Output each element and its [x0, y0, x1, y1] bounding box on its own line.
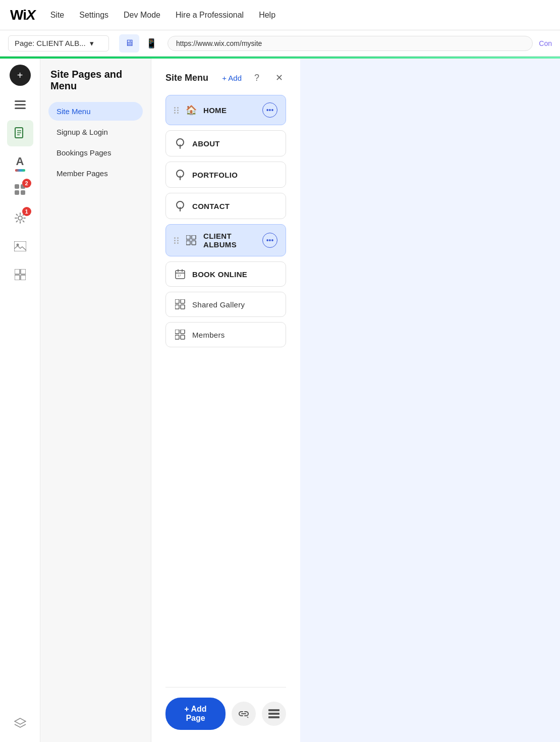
book-online-page-icon: 17: [174, 269, 186, 279]
nav-item-member-pages[interactable]: Member Pages: [48, 164, 143, 183]
svg-rect-14: [15, 269, 20, 274]
svg-text:17: 17: [178, 274, 181, 277]
panel-title: Site Pages and Menu: [48, 69, 143, 92]
layers-sidebar-icon[interactable]: [7, 710, 33, 736]
client-albums-page-icon: [185, 235, 197, 245]
menu-item-shared-gallery[interactable]: Shared Gallery: [165, 292, 286, 317]
svg-rect-43: [268, 713, 279, 715]
panel-footer: + Add Page: [165, 687, 286, 730]
apps-sidebar-icon[interactable]: 2: [7, 177, 33, 203]
panel-header: Site Menu + Add ? ✕: [165, 71, 286, 85]
svg-rect-39: [175, 335, 179, 339]
members-page-icon: [174, 330, 186, 340]
connect-btn[interactable]: Con: [539, 39, 552, 47]
svg-rect-10: [21, 190, 25, 195]
add-page-button[interactable]: + Add Page: [165, 698, 226, 730]
mobile-device-btn[interactable]: 📱: [141, 34, 161, 52]
menu-item-portfolio-label: PORTFOLIO: [192, 171, 277, 179]
media-sidebar-icon[interactable]: [7, 233, 33, 259]
nav-help[interactable]: Help: [259, 11, 275, 20]
menu-item-about-label: ABOUT: [192, 139, 277, 148]
add-element-icon[interactable]: +: [10, 65, 31, 86]
nav-item-signup-login[interactable]: Signup & Login: [48, 123, 143, 141]
menu-items-list: 🏠 HOME ••• ABOUT PORTFOLIO: [165, 95, 286, 347]
svg-rect-26: [186, 241, 190, 245]
svg-rect-9: [15, 190, 19, 195]
menu-item-members-label: Members: [192, 331, 277, 339]
url-bar: Page: CLIENT ALB... ▾ 🖥 📱 https://www.wi…: [0, 30, 560, 57]
left-sidebar: + A 2 1: [0, 59, 40, 742]
chevron-down-icon: ▾: [90, 39, 94, 48]
svg-rect-27: [192, 241, 196, 245]
svg-rect-37: [175, 330, 179, 334]
nav-hire[interactable]: Hire a Professional: [176, 11, 244, 20]
svg-rect-15: [21, 269, 26, 274]
drag-handle-home[interactable]: [174, 107, 179, 114]
svg-rect-40: [181, 335, 185, 339]
settings-sidebar-icon[interactable]: 1: [7, 205, 33, 231]
data-sidebar-icon[interactable]: [7, 261, 33, 288]
svg-rect-24: [186, 235, 190, 239]
close-icon[interactable]: ✕: [272, 71, 286, 85]
nav-site[interactable]: Site: [50, 11, 65, 20]
shared-gallery-page-icon: [174, 299, 186, 309]
content-title: Site Menu: [165, 73, 208, 83]
nav-item-site-menu[interactable]: Site Menu: [48, 102, 143, 121]
page-selector[interactable]: Page: CLIENT ALB... ▾: [8, 35, 109, 51]
svg-rect-0: [15, 100, 26, 102]
svg-rect-38: [181, 330, 185, 334]
pages-sidebar-icon[interactable]: [7, 120, 33, 146]
top-nav: WiX Site Settings Dev Mode Hire a Profes…: [0, 0, 560, 30]
apps-badge: 2: [22, 179, 31, 188]
drag-handle-client-albums[interactable]: [174, 237, 179, 244]
nav-settings[interactable]: Settings: [79, 11, 108, 20]
menu-sidebar-icon[interactable]: [7, 92, 33, 118]
panel-nav: Site Pages and Menu Site Menu Signup & L…: [40, 59, 151, 742]
svg-rect-35: [175, 305, 179, 309]
menu-item-portfolio[interactable]: PORTFOLIO: [165, 162, 286, 188]
link-icon-button[interactable]: [232, 702, 256, 726]
panel-header-actions: + Add ? ✕: [222, 71, 286, 85]
add-link[interactable]: + Add: [222, 74, 242, 82]
svg-rect-25: [192, 235, 196, 239]
canvas-area: [300, 59, 560, 742]
svg-rect-34: [181, 299, 185, 303]
url-field[interactable]: https://www.wix.com/mysite: [167, 36, 533, 51]
menu-item-client-albums-more[interactable]: •••: [262, 233, 277, 248]
theme-sidebar-icon[interactable]: A: [7, 148, 33, 175]
settings-badge: 1: [22, 207, 31, 216]
nav-item-bookings[interactable]: Bookings Pages: [48, 143, 143, 162]
menu-item-home-label: HOME: [203, 106, 256, 115]
portfolio-page-icon: [174, 169, 186, 180]
top-nav-items: Site Settings Dev Mode Hire a Profession…: [50, 11, 275, 20]
about-page-icon: [174, 138, 186, 149]
svg-rect-16: [15, 275, 20, 280]
menu-item-book-online[interactable]: 17 BOOK ONLINE: [165, 261, 286, 287]
menu-item-about[interactable]: ABOUT: [165, 130, 286, 156]
menu-item-shared-gallery-label: Shared Gallery: [192, 300, 277, 309]
desktop-device-btn[interactable]: 🖥: [119, 34, 139, 52]
menu-item-book-online-label: BOOK ONLINE: [192, 270, 277, 279]
svg-rect-42: [268, 709, 279, 711]
contact-page-icon: [174, 200, 186, 211]
svg-rect-36: [181, 305, 185, 309]
panel-content: Site Menu + Add ? ✕ 🏠 HOME •••: [151, 59, 300, 742]
svg-rect-1: [15, 104, 26, 105]
menu-item-client-albums-label: CLIENT ALBUMS: [203, 232, 256, 249]
menu-item-home-more[interactable]: •••: [262, 102, 277, 118]
menu-item-home[interactable]: 🏠 HOME •••: [165, 95, 286, 125]
wix-logo: WiX: [10, 7, 35, 23]
menu-item-members[interactable]: Members: [165, 322, 286, 347]
svg-rect-33: [175, 299, 179, 303]
svg-rect-2: [15, 108, 26, 109]
menu-item-contact[interactable]: CONTACT: [165, 193, 286, 219]
nav-devmode[interactable]: Dev Mode: [124, 11, 160, 20]
help-icon[interactable]: ?: [250, 71, 264, 85]
menu-item-client-albums[interactable]: CLIENT ALBUMS •••: [165, 224, 286, 256]
panel-container: Site Pages and Menu Site Menu Signup & L…: [40, 59, 300, 742]
page-selector-label: Page: CLIENT ALB...: [15, 39, 86, 47]
svg-point-11: [18, 216, 22, 220]
svg-rect-12: [14, 241, 26, 251]
sidebar-bottom: [7, 710, 33, 736]
menu-layout-icon-button[interactable]: [262, 702, 286, 726]
